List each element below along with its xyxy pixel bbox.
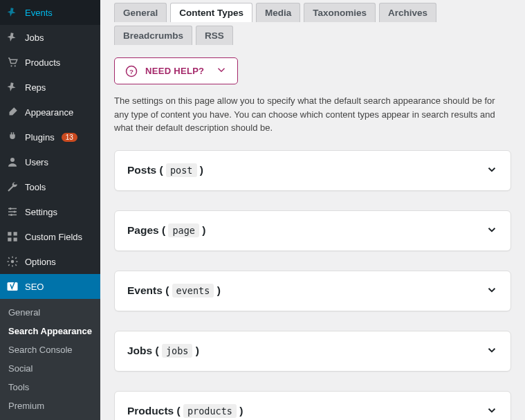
sidebar-item-options[interactable]: Options bbox=[0, 249, 100, 274]
sidebar-item-label: Events bbox=[25, 8, 53, 18]
page-description: The settings on this page allow you to s… bbox=[114, 94, 501, 135]
sidebar-item-label: Products bbox=[25, 57, 60, 68]
sidebar-item-label: Users bbox=[25, 157, 48, 167]
panel-products[interactable]: Products ( products ) bbox=[114, 391, 511, 421]
tab-breadcrumbs[interactable]: Breadcrumbs bbox=[114, 26, 192, 45]
sliders-icon bbox=[6, 205, 19, 219]
question-circle-icon: ? bbox=[125, 64, 138, 78]
panel-title: Events ( events ) bbox=[127, 284, 221, 297]
chevron-down-icon bbox=[486, 284, 498, 298]
panel-title: Posts ( post ) bbox=[127, 164, 203, 176]
sidebar-item-label: Tools bbox=[25, 182, 46, 192]
sidebar-item-seo[interactable]: SEO bbox=[0, 274, 100, 299]
submenu-item-courses[interactable]: Courses bbox=[0, 415, 100, 420]
sidebar-item-settings[interactable]: Settings bbox=[0, 199, 100, 224]
sidebar-item-custom-fields[interactable]: Custom Fields bbox=[0, 224, 100, 249]
sidebar-item-label: Jobs bbox=[25, 33, 44, 43]
wrench-icon bbox=[6, 180, 19, 194]
admin-sidebar: EventsJobsProductsRepsAppearancePlugins1… bbox=[0, 0, 100, 420]
help-button-label: NEED HELP? bbox=[145, 66, 204, 76]
sidebar-item-label: SEO bbox=[25, 282, 44, 292]
submenu-item-tools[interactable]: Tools bbox=[0, 378, 100, 396]
cart-icon bbox=[6, 55, 19, 69]
sidebar-item-products[interactable]: Products bbox=[0, 50, 100, 75]
chevron-down-icon bbox=[486, 344, 498, 358]
tab-general[interactable]: General bbox=[114, 3, 167, 22]
grid-icon bbox=[6, 230, 19, 244]
panel-events[interactable]: Events ( events ) bbox=[114, 271, 511, 311]
sidebar-item-label: Settings bbox=[25, 207, 57, 217]
sidebar-item-label: Appearance bbox=[25, 107, 73, 118]
sidebar-item-users[interactable]: Users bbox=[0, 149, 100, 174]
chevron-down-icon bbox=[486, 404, 498, 419]
panel-page[interactable]: Pages ( page ) bbox=[114, 210, 511, 251]
sidebar-item-label: Reps bbox=[25, 82, 46, 93]
panel-post[interactable]: Posts ( post ) bbox=[114, 150, 511, 191]
submenu: GeneralSearch AppearanceSearch ConsoleSo… bbox=[0, 299, 100, 420]
tab-media[interactable]: Media bbox=[256, 3, 300, 22]
tab-taxonomies[interactable]: Taxonomies bbox=[304, 3, 376, 22]
pin-icon bbox=[6, 80, 19, 94]
chevron-down-icon bbox=[486, 223, 498, 238]
tab-rss[interactable]: RSS bbox=[196, 26, 233, 45]
sidebar-item-label: Plugins bbox=[25, 132, 55, 143]
post-type-slug: jobs bbox=[162, 344, 193, 358]
tab-bar: GeneralContent TypesMediaTaxonomiesArchi… bbox=[114, 3, 511, 45]
sidebar-item-tools[interactable]: Tools bbox=[0, 174, 100, 199]
main-content: GeneralContent TypesMediaTaxonomiesArchi… bbox=[100, 0, 525, 420]
panel-title: Products ( products ) bbox=[127, 405, 243, 417]
submenu-item-general[interactable]: General bbox=[0, 303, 100, 322]
brush-icon bbox=[6, 105, 19, 119]
sidebar-item-plugins[interactable]: Plugins13 bbox=[0, 125, 100, 149]
chevron-down-icon bbox=[486, 163, 498, 178]
pin-icon bbox=[6, 6, 19, 19]
post-type-slug: post bbox=[166, 163, 197, 177]
submenu-item-social[interactable]: Social bbox=[0, 359, 100, 378]
sidebar-item-jobs[interactable]: Jobs bbox=[0, 25, 100, 50]
panel-title: Pages ( page ) bbox=[127, 224, 205, 237]
submenu-item-search-appearance[interactable]: Search Appearance bbox=[0, 322, 100, 340]
tab-archives[interactable]: Archives bbox=[379, 3, 436, 22]
svg-text:?: ? bbox=[129, 67, 133, 75]
gear-icon bbox=[6, 255, 19, 268]
sidebar-item-reps[interactable]: Reps bbox=[0, 75, 100, 100]
post-type-slug: products bbox=[183, 404, 237, 418]
update-badge: 13 bbox=[62, 133, 77, 142]
plug-icon bbox=[6, 130, 19, 144]
yoast-icon bbox=[6, 280, 19, 293]
submenu-item-search-console[interactable]: Search Console bbox=[0, 340, 100, 359]
sidebar-item-events[interactable]: Events bbox=[0, 0, 100, 25]
post-type-slug: page bbox=[168, 223, 199, 237]
post-type-slug: events bbox=[172, 284, 214, 298]
panel-jobs[interactable]: Jobs ( jobs ) bbox=[114, 331, 511, 372]
need-help-button[interactable]: ? NEED HELP? bbox=[114, 57, 238, 84]
user-icon bbox=[6, 155, 19, 169]
chevron-down-icon bbox=[215, 64, 228, 78]
pin-icon bbox=[6, 30, 19, 44]
sidebar-item-label: Custom Fields bbox=[25, 232, 82, 242]
submenu-item-premium[interactable]: Premium bbox=[0, 396, 100, 415]
panel-title: Jobs ( jobs ) bbox=[127, 345, 199, 357]
tab-content-types[interactable]: Content Types bbox=[170, 3, 252, 22]
sidebar-item-appearance[interactable]: Appearance bbox=[0, 100, 100, 125]
sidebar-item-label: Options bbox=[25, 257, 56, 267]
